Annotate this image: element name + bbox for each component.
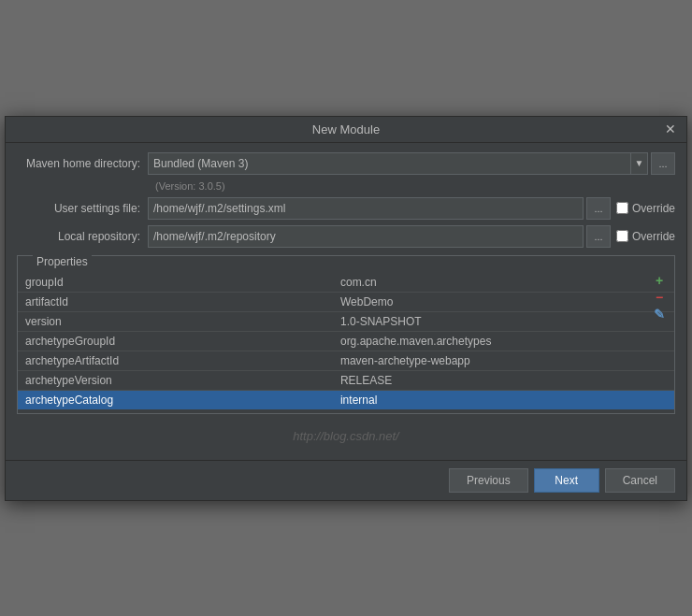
prop-name: archetypeCatalog (18, 390, 333, 409)
settings-file-input[interactable] (148, 197, 584, 220)
settings-override-label: Override (616, 202, 675, 215)
table-row[interactable]: groupId com.cn (18, 273, 674, 293)
table-row[interactable]: archetypeVersion RELEASE (18, 370, 674, 390)
properties-wrapper: + − ✎ groupId com.cn artifactId WebDemo … (18, 269, 674, 413)
prop-name: version (18, 311, 333, 331)
maven-version-row: (Version: 3.0.5) (155, 180, 675, 192)
add-property-button[interactable]: + (652, 273, 667, 288)
cancel-button[interactable]: Cancel (605, 468, 675, 493)
local-repo-row: Local repository: ... Override (17, 225, 675, 248)
table-row[interactable]: version 1.0-SNAPSHOT (18, 311, 674, 331)
edit-property-button[interactable]: ✎ (652, 307, 667, 322)
dialog-title: New Module (312, 122, 380, 136)
dialog-body: Maven home directory: ▼ ... (Version: 3.… (6, 143, 686, 460)
table-row[interactable]: artifactId WebDemo (18, 292, 674, 311)
prop-name: archetypeGroupId (18, 331, 333, 351)
local-repo-label: Local repository: (17, 230, 148, 243)
new-module-dialog: New Module ✕ Maven home directory: ▼ ...… (5, 116, 687, 501)
table-row[interactable]: archetypeArtifactId maven-archetype-weba… (18, 351, 674, 370)
prop-name: groupId (18, 273, 333, 293)
prop-value: maven-archetype-webapp (333, 351, 674, 370)
title-bar: New Module ✕ (6, 117, 686, 143)
maven-version-text: (Version: 3.0.5) (155, 180, 225, 192)
dialog-footer: Previous Next Cancel (6, 460, 686, 500)
prop-name: archetypeVersion (18, 370, 333, 390)
prop-value: internal (333, 390, 674, 409)
property-actions: + − ✎ (652, 273, 667, 322)
prop-value: 1.0-SNAPSHOT (333, 311, 674, 331)
settings-file-input-group: ... Override (148, 197, 675, 220)
prop-name: artifactId (18, 292, 333, 311)
prop-name: archetypeArtifactId (18, 351, 333, 370)
properties-group: Properties + − ✎ groupId com.cn artifact… (17, 255, 675, 414)
prop-value: org.apache.maven.archetypes (333, 331, 674, 351)
local-repo-input[interactable] (148, 225, 584, 248)
settings-file-label: User settings file: (17, 202, 148, 215)
local-repo-input-group: ... Override (148, 225, 675, 248)
maven-home-input[interactable] (148, 152, 631, 175)
maven-home-input-group: ▼ ... (148, 152, 675, 175)
prop-value: RELEASE (333, 370, 674, 390)
repo-override-checkbox[interactable] (616, 230, 628, 242)
table-row[interactable]: archetypeGroupId org.apache.maven.archet… (18, 331, 674, 351)
watermark-text: http://blog.csdn.net/ (17, 414, 675, 451)
previous-button[interactable]: Previous (449, 468, 528, 493)
local-repo-browse-button[interactable]: ... (586, 225, 611, 248)
maven-home-browse-button[interactable]: ... (651, 152, 675, 175)
settings-file-row: User settings file: ... Override (17, 197, 675, 220)
properties-legend: Properties (33, 255, 92, 268)
close-button[interactable]: ✕ (662, 121, 679, 137)
repo-override-label: Override (616, 230, 675, 243)
prop-value: WebDemo (333, 292, 674, 311)
maven-home-row: Maven home directory: ▼ ... (17, 152, 675, 175)
properties-table: groupId com.cn artifactId WebDemo versio… (18, 273, 674, 409)
maven-home-dropdown[interactable]: ▼ (631, 152, 648, 175)
dropdown-arrow-icon: ▼ (635, 158, 644, 168)
settings-override-checkbox[interactable] (616, 202, 628, 214)
prop-value: com.cn (333, 273, 674, 293)
settings-file-browse-button[interactable]: ... (586, 197, 611, 220)
maven-home-label: Maven home directory: (17, 157, 148, 170)
next-button[interactable]: Next (534, 468, 599, 493)
remove-property-button[interactable]: − (652, 290, 667, 305)
table-row[interactable]: archetypeCatalog internal (18, 390, 674, 409)
